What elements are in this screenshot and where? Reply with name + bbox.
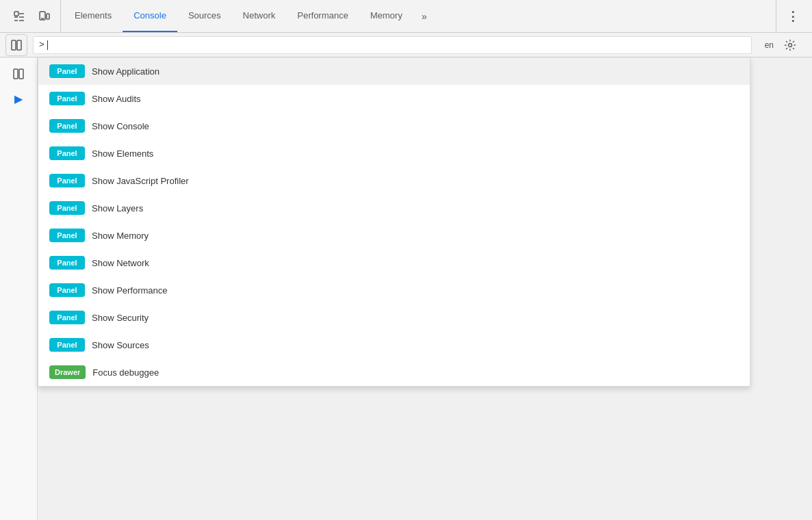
dropdown-item[interactable]: PanelShow Network bbox=[38, 249, 750, 276]
sidebar-toggle-button[interactable]: ▶ bbox=[8, 88, 29, 109]
tab-elements[interactable]: Elements bbox=[64, 0, 123, 32]
devtools-toolbar: Elements Console Sources Network Perform… bbox=[0, 0, 812, 33]
item-label: Show Security bbox=[92, 313, 149, 323]
more-options-button[interactable]: ⋮ bbox=[782, 5, 804, 27]
item-badge: Panel bbox=[49, 119, 85, 133]
dropdown-item[interactable]: PanelShow Audits bbox=[38, 85, 750, 112]
dropdown-item[interactable]: PanelShow Layers bbox=[38, 194, 750, 222]
item-badge: Panel bbox=[49, 311, 85, 324]
console-prompt-symbol: > bbox=[39, 40, 45, 50]
item-badge: Panel bbox=[49, 201, 85, 215]
svg-rect-7 bbox=[47, 14, 49, 19]
dropdown-item[interactable]: PanelShow Elements bbox=[38, 140, 750, 167]
item-label: Show Sources bbox=[92, 340, 149, 350]
item-badge: Panel bbox=[49, 92, 85, 105]
dropdown-item[interactable]: PanelShow Console bbox=[38, 112, 750, 140]
dropdown-item[interactable]: PanelShow Security bbox=[38, 304, 750, 331]
item-badge: Panel bbox=[49, 146, 85, 160]
settings-button[interactable] bbox=[779, 34, 801, 56]
left-sidebar: ▶ bbox=[0, 57, 38, 520]
open-label: en bbox=[765, 40, 774, 50]
toolbar-icon-group bbox=[3, 0, 61, 32]
item-badge: Panel bbox=[49, 256, 85, 270]
console-cursor bbox=[47, 40, 48, 50]
item-label: Show Elements bbox=[92, 148, 153, 159]
item-badge: Panel bbox=[49, 174, 85, 187]
tab-sources[interactable]: Sources bbox=[177, 0, 232, 32]
tab-network[interactable]: Network bbox=[232, 0, 287, 32]
item-label: Show Performance bbox=[92, 285, 168, 296]
item-badge: Drawer bbox=[49, 365, 86, 379]
main-content: ▶ PanelShow ApplicationPanelShow AuditsP… bbox=[0, 57, 812, 520]
svg-rect-0 bbox=[14, 12, 18, 16]
console-sidebar-toggle[interactable] bbox=[5, 34, 27, 56]
item-badge: Panel bbox=[49, 338, 85, 352]
tab-console[interactable]: Console bbox=[123, 0, 177, 32]
dropdown-item[interactable]: PanelShow Application bbox=[38, 57, 750, 85]
item-badge: Panel bbox=[49, 283, 85, 297]
tabs-area: Elements Console Sources Network Perform… bbox=[61, 0, 776, 32]
item-label: Show Application bbox=[92, 66, 160, 77]
toolbar-right: ⋮ bbox=[776, 0, 809, 32]
svg-rect-9 bbox=[12, 40, 16, 50]
svg-rect-13 bbox=[19, 69, 23, 79]
item-label: Show Memory bbox=[92, 231, 149, 241]
item-label: Show JavaScript Profiler bbox=[92, 176, 189, 186]
dropdown-item[interactable]: PanelShow JavaScript Profiler bbox=[38, 167, 750, 194]
device-toolbar-button[interactable] bbox=[33, 5, 55, 27]
svg-rect-12 bbox=[14, 69, 18, 79]
item-label: Show Layers bbox=[92, 203, 143, 213]
sidebar-expand-button[interactable] bbox=[8, 63, 29, 85]
tab-performance[interactable]: Performance bbox=[286, 0, 359, 32]
item-badge: Panel bbox=[49, 64, 85, 78]
dropdown-item[interactable]: PanelShow Memory bbox=[38, 222, 750, 249]
item-label: Show Audits bbox=[92, 94, 141, 104]
tab-overflow-button[interactable]: » bbox=[414, 5, 435, 27]
console-input[interactable]: > bbox=[33, 36, 752, 54]
inspect-element-button[interactable] bbox=[8, 5, 30, 27]
dropdown-item[interactable]: DrawerFocus debuggee bbox=[38, 359, 750, 386]
second-toolbar: > en bbox=[0, 33, 812, 57]
item-label: Show Console bbox=[92, 121, 149, 131]
svg-point-11 bbox=[789, 44, 792, 47]
svg-rect-10 bbox=[17, 40, 21, 50]
dropdown-item[interactable]: PanelShow Performance bbox=[38, 276, 750, 304]
dropdown-item[interactable]: PanelShow Sources bbox=[38, 331, 750, 359]
command-menu-dropdown: PanelShow ApplicationPanelShow AuditsPan… bbox=[38, 57, 750, 387]
item-badge: Panel bbox=[49, 229, 85, 242]
item-label: Focus debuggee bbox=[92, 367, 159, 378]
item-label: Show Network bbox=[92, 258, 149, 268]
tab-memory[interactable]: Memory bbox=[359, 0, 414, 32]
